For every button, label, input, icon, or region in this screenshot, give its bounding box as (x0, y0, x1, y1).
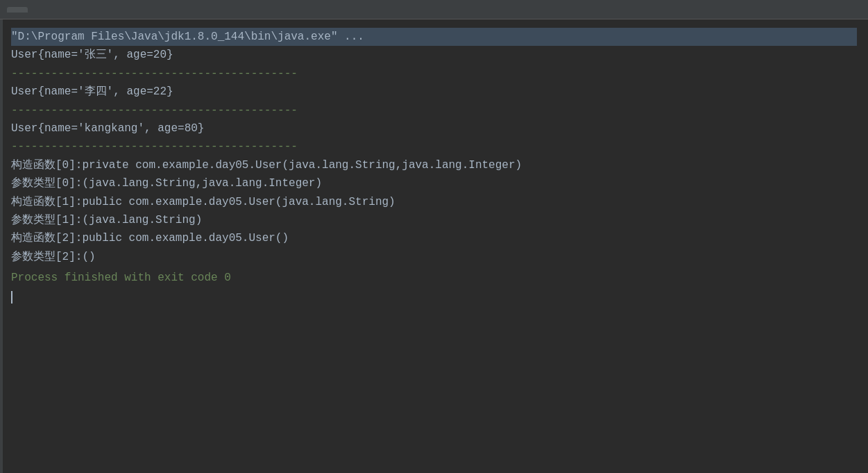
title-bar (0, 0, 868, 19)
line-sep2: ----------------------------------------… (11, 101, 857, 119)
tab-reflect-demo[interactable] (7, 7, 28, 13)
text-cursor (11, 291, 12, 304)
line-constructor0: 构造函数[0]:private com.example.day05.User(j… (11, 156, 857, 174)
cursor-line (11, 288, 857, 306)
left-accent-bar (0, 19, 3, 473)
line-param2: 参数类型[2]:() (11, 248, 857, 266)
line-user1: User{name='张三', age=20} (11, 46, 857, 64)
line-java-cmd: "D:\Program Files\Java\jdk1.8.0_144\bin\… (11, 28, 857, 46)
line-constructor1: 构造函数[1]:public com.example.day05.User(ja… (11, 193, 857, 211)
line-sep1: ----------------------------------------… (11, 65, 857, 83)
line-process: Process finished with exit code 0 (11, 269, 857, 287)
console-output: "D:\Program Files\Java\jdk1.8.0_144\bin\… (0, 19, 868, 473)
line-sep3: ----------------------------------------… (11, 138, 857, 156)
line-param1: 参数类型[1]:(java.lang.String) (11, 211, 857, 229)
line-user3: User{name='kangkang', age=80} (11, 119, 857, 138)
line-user2: User{name='李四', age=22} (11, 83, 857, 101)
line-param0: 参数类型[0]:(java.lang.String,java.lang.Inte… (11, 174, 857, 192)
line-constructor2: 构造函数[2]:public com.example.day05.User() (11, 229, 857, 247)
